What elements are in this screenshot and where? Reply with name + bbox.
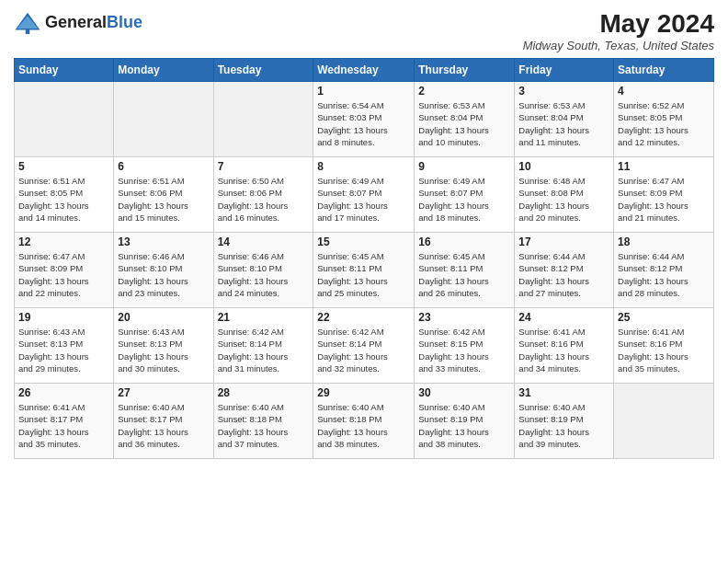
logo-text: GeneralBlue: [45, 14, 142, 32]
day-info: Sunrise: 6:42 AM Sunset: 8:15 PM Dayligh…: [418, 326, 510, 374]
logo: GeneralBlue: [14, 9, 142, 37]
calendar-cell: 27Sunrise: 6:40 AM Sunset: 8:17 PM Dayli…: [114, 384, 213, 459]
day-info: Sunrise: 6:40 AM Sunset: 8:19 PM Dayligh…: [518, 401, 609, 450]
calendar-cell: 12Sunrise: 6:47 AM Sunset: 8:09 PM Dayli…: [15, 233, 114, 308]
day-number: 5: [18, 160, 109, 173]
col-sunday: Sunday: [15, 59, 114, 82]
day-info: Sunrise: 6:52 AM Sunset: 8:05 PM Dayligh…: [618, 99, 710, 148]
calendar-cell: 28Sunrise: 6:40 AM Sunset: 8:18 PM Dayli…: [213, 384, 313, 459]
calendar-cell: 24Sunrise: 6:41 AM Sunset: 8:16 PM Dayli…: [515, 308, 614, 384]
day-info: Sunrise: 6:45 AM Sunset: 8:11 PM Dayligh…: [418, 250, 510, 299]
day-number: 21: [218, 311, 310, 324]
week-row-5: 26Sunrise: 6:41 AM Sunset: 8:17 PM Dayli…: [15, 384, 714, 459]
day-number: 4: [618, 85, 710, 98]
calendar-cell: 5Sunrise: 6:51 AM Sunset: 8:05 PM Daylig…: [15, 157, 114, 233]
week-row-4: 19Sunrise: 6:43 AM Sunset: 8:13 PM Dayli…: [15, 308, 714, 384]
day-number: 17: [518, 236, 609, 248]
day-number: 18: [618, 236, 710, 248]
logo-icon: [14, 9, 41, 37]
calendar-cell: 16Sunrise: 6:45 AM Sunset: 8:11 PM Dayli…: [415, 233, 515, 308]
day-number: 7: [218, 160, 310, 173]
calendar-cell: 18Sunrise: 6:44 AM Sunset: 8:12 PM Dayli…: [614, 233, 714, 308]
day-number: 1: [317, 85, 410, 98]
header: GeneralBlue May 2024 Midway South, Texas…: [14, 9, 714, 52]
day-info: Sunrise: 6:40 AM Sunset: 8:19 PM Dayligh…: [418, 401, 510, 450]
day-number: 9: [418, 160, 510, 173]
day-info: Sunrise: 6:42 AM Sunset: 8:14 PM Dayligh…: [218, 326, 310, 374]
title-block: May 2024 Midway South, Texas, United Sta…: [523, 9, 714, 52]
calendar-cell: 31Sunrise: 6:40 AM Sunset: 8:19 PM Dayli…: [515, 384, 614, 459]
calendar-cell: 15Sunrise: 6:45 AM Sunset: 8:11 PM Dayli…: [313, 233, 415, 308]
col-wednesday: Wednesday: [313, 59, 415, 82]
day-number: 30: [418, 386, 510, 399]
day-info: Sunrise: 6:53 AM Sunset: 8:04 PM Dayligh…: [518, 99, 609, 148]
day-number: 15: [317, 236, 410, 248]
calendar-cell: [614, 384, 714, 459]
day-number: 3: [518, 85, 609, 98]
calendar-cell: 22Sunrise: 6:42 AM Sunset: 8:14 PM Dayli…: [313, 308, 415, 384]
calendar-cell: 21Sunrise: 6:42 AM Sunset: 8:14 PM Dayli…: [213, 308, 313, 384]
calendar-cell: [213, 82, 313, 157]
calendar-table: Sunday Monday Tuesday Wednesday Thursday…: [14, 58, 714, 459]
day-number: 14: [218, 236, 310, 248]
day-info: Sunrise: 6:46 AM Sunset: 8:10 PM Dayligh…: [218, 250, 310, 299]
page: GeneralBlue May 2024 Midway South, Texas…: [0, 0, 728, 563]
day-info: Sunrise: 6:50 AM Sunset: 8:06 PM Dayligh…: [218, 175, 310, 224]
logo-general: General: [45, 13, 107, 31]
day-info: Sunrise: 6:40 AM Sunset: 8:18 PM Dayligh…: [317, 401, 410, 450]
day-info: Sunrise: 6:49 AM Sunset: 8:07 PM Dayligh…: [317, 175, 410, 224]
day-info: Sunrise: 6:42 AM Sunset: 8:14 PM Dayligh…: [317, 326, 410, 374]
day-info: Sunrise: 6:41 AM Sunset: 8:17 PM Dayligh…: [18, 401, 109, 450]
day-number: 12: [18, 236, 109, 248]
day-number: 6: [118, 160, 209, 173]
day-info: Sunrise: 6:44 AM Sunset: 8:12 PM Dayligh…: [618, 250, 710, 299]
day-number: 20: [118, 311, 209, 324]
day-number: 13: [118, 236, 209, 248]
calendar-cell: 2Sunrise: 6:53 AM Sunset: 8:04 PM Daylig…: [415, 82, 515, 157]
calendar-cell: 10Sunrise: 6:48 AM Sunset: 8:08 PM Dayli…: [515, 157, 614, 233]
day-info: Sunrise: 6:51 AM Sunset: 8:06 PM Dayligh…: [118, 175, 209, 224]
day-number: 31: [518, 386, 609, 399]
calendar-cell: 9Sunrise: 6:49 AM Sunset: 8:07 PM Daylig…: [415, 157, 515, 233]
day-number: 25: [618, 311, 710, 324]
calendar-cell: 4Sunrise: 6:52 AM Sunset: 8:05 PM Daylig…: [614, 82, 714, 157]
day-info: Sunrise: 6:46 AM Sunset: 8:10 PM Dayligh…: [118, 250, 209, 299]
day-info: Sunrise: 6:51 AM Sunset: 8:05 PM Dayligh…: [18, 175, 109, 224]
day-number: 11: [618, 160, 710, 173]
day-info: Sunrise: 6:54 AM Sunset: 8:03 PM Dayligh…: [317, 99, 410, 148]
week-row-1: 1Sunrise: 6:54 AM Sunset: 8:03 PM Daylig…: [15, 82, 714, 157]
day-number: 23: [418, 311, 510, 324]
day-info: Sunrise: 6:43 AM Sunset: 8:13 PM Dayligh…: [118, 326, 209, 374]
svg-rect-2: [26, 29, 30, 34]
col-saturday: Saturday: [614, 59, 714, 82]
calendar-header-row: Sunday Monday Tuesday Wednesday Thursday…: [15, 59, 714, 82]
location-subtitle: Midway South, Texas, United States: [523, 39, 714, 52]
day-info: Sunrise: 6:41 AM Sunset: 8:16 PM Dayligh…: [518, 326, 609, 374]
day-number: 28: [218, 386, 310, 399]
day-number: 19: [18, 311, 109, 324]
calendar-cell: [15, 82, 114, 157]
day-number: 22: [317, 311, 410, 324]
day-number: 26: [18, 386, 109, 399]
calendar-cell: 17Sunrise: 6:44 AM Sunset: 8:12 PM Dayli…: [515, 233, 614, 308]
col-monday: Monday: [114, 59, 213, 82]
calendar-cell: 30Sunrise: 6:40 AM Sunset: 8:19 PM Dayli…: [415, 384, 515, 459]
calendar-cell: 11Sunrise: 6:47 AM Sunset: 8:09 PM Dayli…: [614, 157, 714, 233]
calendar-cell: 14Sunrise: 6:46 AM Sunset: 8:10 PM Dayli…: [213, 233, 313, 308]
day-info: Sunrise: 6:49 AM Sunset: 8:07 PM Dayligh…: [418, 175, 510, 224]
col-thursday: Thursday: [415, 59, 515, 82]
col-tuesday: Tuesday: [213, 59, 313, 82]
day-number: 29: [317, 386, 410, 399]
day-info: Sunrise: 6:41 AM Sunset: 8:16 PM Dayligh…: [618, 326, 710, 374]
col-friday: Friday: [515, 59, 614, 82]
calendar-cell: 1Sunrise: 6:54 AM Sunset: 8:03 PM Daylig…: [313, 82, 415, 157]
calendar-cell: 23Sunrise: 6:42 AM Sunset: 8:15 PM Dayli…: [415, 308, 515, 384]
day-info: Sunrise: 6:45 AM Sunset: 8:11 PM Dayligh…: [317, 250, 410, 299]
calendar-cell: 29Sunrise: 6:40 AM Sunset: 8:18 PM Dayli…: [313, 384, 415, 459]
calendar-cell: 6Sunrise: 6:51 AM Sunset: 8:06 PM Daylig…: [114, 157, 213, 233]
day-number: 10: [518, 160, 609, 173]
day-number: 16: [418, 236, 510, 248]
week-row-3: 12Sunrise: 6:47 AM Sunset: 8:09 PM Dayli…: [15, 233, 714, 308]
day-info: Sunrise: 6:48 AM Sunset: 8:08 PM Dayligh…: [518, 175, 609, 224]
logo-blue: Blue: [107, 13, 142, 31]
